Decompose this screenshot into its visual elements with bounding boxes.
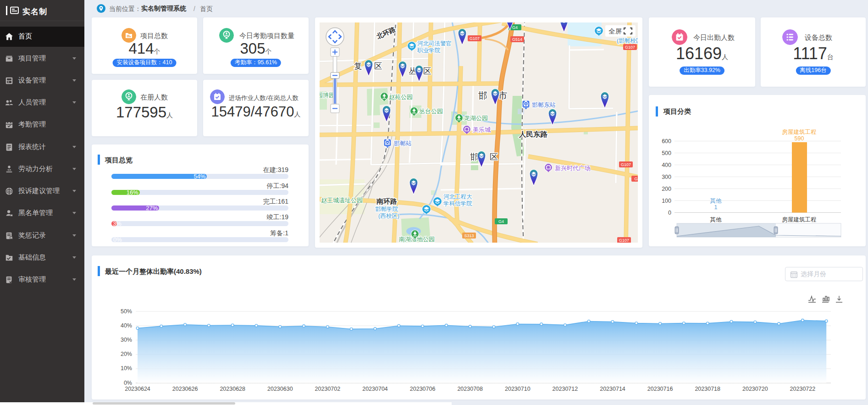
svg-text:市: 市 [498,90,508,100]
svg-text:美乐城: 美乐城 [473,126,491,133]
svg-text:其他: 其他 [710,216,722,223]
svg-text:30%: 30% [121,337,132,343]
svg-text:其他: 其他 [710,198,722,204]
svg-text:龙湖公园: 龙湖公园 [464,115,488,122]
svg-text:赵苑公园: 赵苑公园 [389,94,413,100]
svg-text:邯: 邯 [470,152,478,161]
svg-text:20230628: 20230628 [220,386,245,392]
svg-text:G4: G4 [498,219,504,224]
svg-text:20230630: 20230630 [267,386,293,392]
svg-text:学科信学院: 学科信学院 [443,200,472,207]
svg-text:1: 1 [714,204,718,211]
svg-text:200: 200 [662,186,671,192]
svg-text:20230718: 20230718 [695,386,720,392]
svg-text:园博园: 园博园 [320,92,335,99]
svg-text:全屏: 全屏 [608,28,622,35]
svg-text:G107: G107 [470,36,480,41]
svg-text:100: 100 [662,198,671,204]
svg-text:20230714: 20230714 [600,386,625,392]
svg-text:40%: 40% [121,322,132,329]
svg-text:G107: G107 [619,238,629,243]
svg-text:区: 区 [490,152,498,161]
svg-text:20230624: 20230624 [125,386,150,392]
svg-text:G30: G30 [634,177,638,181]
svg-text:20230720: 20230720 [742,386,768,392]
svg-text:人民东路: 人民东路 [519,130,548,138]
svg-text:职业学院: 职业学院 [417,47,441,54]
svg-text:20230712: 20230712 [553,386,578,392]
svg-text:区: 区 [423,67,431,76]
svg-text:邯: 邯 [478,90,487,100]
svg-text:南环路: 南环路 [376,197,397,205]
svg-text:房屋建筑工程: 房屋建筑工程 [782,216,817,223]
svg-text:G4: G4 [512,25,518,30]
svg-text:590: 590 [795,135,804,142]
svg-text:20230708: 20230708 [457,386,483,392]
svg-text:20230702: 20230702 [315,386,341,392]
svg-text:邯郸学院: 邯郸学院 [375,206,398,212]
svg-text:邯郸东站: 邯郸东站 [532,101,556,108]
svg-text:(西校区): (西校区) [378,213,399,219]
svg-text:300: 300 [662,174,671,180]
svg-text:区: 区 [374,61,382,71]
svg-text:S313: S313 [464,233,474,238]
svg-text:房屋建筑工程: 房屋建筑工程 [782,129,817,135]
svg-text:G107: G107 [625,45,635,50]
svg-text:丛台公园: 丛台公园 [419,108,443,115]
svg-text:10%: 10% [121,365,132,372]
svg-text:G107: G107 [621,162,631,167]
svg-text:(邯郸校区): (邯郸校区) [617,38,638,44]
svg-text:50%: 50% [121,308,132,315]
svg-text:20230626: 20230626 [172,386,198,392]
svg-text:20230706: 20230706 [410,386,436,392]
svg-text:20230716: 20230716 [647,386,673,392]
svg-text:20%: 20% [121,351,132,357]
svg-text:20230710: 20230710 [505,386,531,392]
svg-text:赵王城遗址公园: 赵王城遗址公园 [321,197,363,204]
svg-text:邯郸站: 邯郸站 [394,140,412,147]
svg-text:500: 500 [662,150,671,156]
svg-text:20230704: 20230704 [362,386,388,392]
svg-text:0%: 0% [124,380,132,386]
svg-text:河北工程大: 河北工程大 [443,194,472,200]
svg-text:600: 600 [662,138,671,144]
svg-text:0: 0 [668,210,671,216]
svg-text:新兴时代广场: 新兴时代广场 [555,165,591,172]
svg-text:河北司法警官: 河北司法警官 [417,40,452,47]
svg-text:复: 复 [354,61,362,71]
svg-text:20230722: 20230722 [790,386,816,392]
svg-text:G514: G514 [512,37,522,42]
svg-text:400: 400 [662,162,671,168]
